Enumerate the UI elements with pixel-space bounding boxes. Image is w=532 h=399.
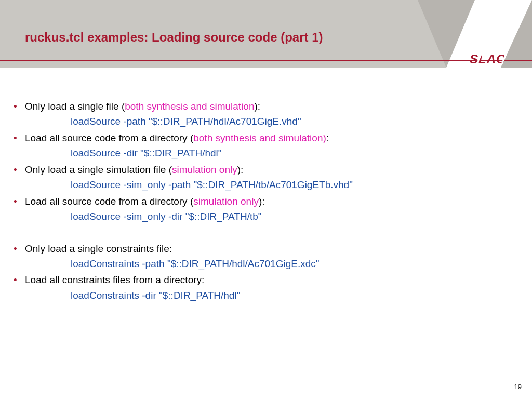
item-text-pre: Load all source code from a directory ( (25, 132, 193, 143)
item-code: loadSource -dir "$::DIR_PATH/hdl" (25, 145, 522, 161)
item-text-em: both synthesis and simulation (125, 101, 254, 112)
list-item: Load all constraints files from a direct… (10, 272, 522, 303)
item-code: loadSource -path "$::DIR_PATH/hdl/Ac701G… (25, 114, 522, 129)
list-item: Only load a single simulation file (simu… (10, 162, 522, 193)
item-text-pre: Load all constraints files from a direct… (25, 274, 204, 285)
item-text-pre: Only load a single constraints file: (25, 243, 172, 254)
item-text-em: both synthesis and simulation) (193, 132, 326, 143)
slide-title: ruckus.tcl examples: Loading source code… (25, 30, 323, 45)
list-item: Load all source code from a directory (s… (10, 194, 522, 224)
item-text-post: : (326, 132, 329, 143)
list-item: Load all source code from a directory (b… (10, 130, 522, 161)
slide-body: Only load a single file (both synthesis … (0, 68, 532, 303)
item-text-em: simulation only (172, 164, 237, 175)
item-text-em: simulation only (193, 196, 259, 207)
item-text-post: ): (254, 101, 260, 112)
item-text-pre: Only load a single file ( (25, 101, 125, 112)
logo: SLAC (470, 52, 513, 69)
bullet-list: Only load a single file (both synthesis … (10, 99, 522, 303)
item-code: loadSource -sim_only -path "$::DIR_PATH/… (25, 177, 522, 192)
spacer (10, 225, 522, 240)
item-text-pre: Only load a single simulation file ( (25, 164, 172, 175)
item-text-post: ): (259, 196, 265, 207)
item-text-pre: Load all source code from a directory ( (25, 196, 193, 207)
header-rule (0, 60, 532, 61)
logo-text: SLAC (470, 52, 506, 66)
page-number: 19 (514, 383, 522, 391)
item-code: loadSource -sim_only -dir "$::DIR_PATH/t… (25, 209, 522, 224)
svg-marker-0 (418, 0, 475, 68)
list-item: Only load a single file (both synthesis … (10, 99, 522, 129)
item-code: loadConstraints -path "$::DIR_PATH/hdl/A… (25, 256, 522, 271)
slide-header: ruckus.tcl examples: Loading source code… (0, 0, 532, 68)
item-text-post: ): (237, 164, 244, 175)
item-code: loadConstraints -dir "$::DIR_PATH/hdl" (25, 288, 522, 303)
list-item: Only load a single constraints file: loa… (10, 241, 522, 272)
